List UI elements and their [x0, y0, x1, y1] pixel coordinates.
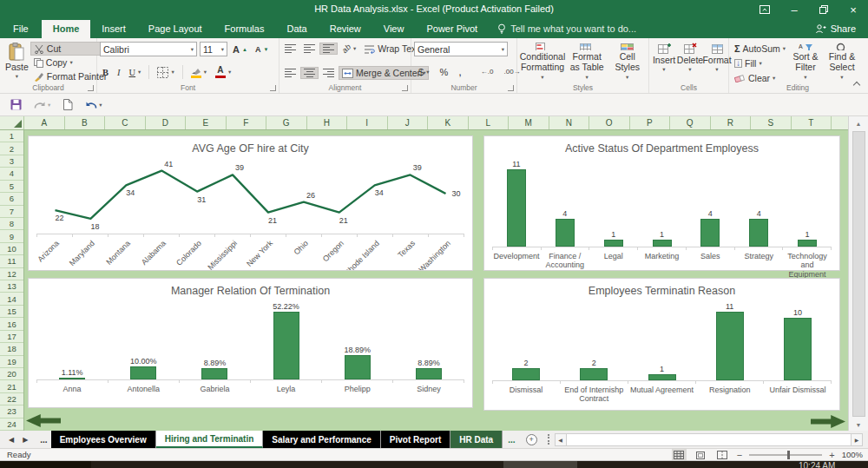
undo-button[interactable]: ▾	[85, 100, 102, 109]
accounting-format-icon[interactable]: $▾	[416, 66, 431, 78]
bar[interactable]	[59, 378, 85, 379]
bar[interactable]	[784, 318, 812, 380]
row-header-9[interactable]: 9	[0, 230, 23, 242]
page-layout-view-button[interactable]	[694, 449, 708, 460]
column-header-S[interactable]: S	[751, 116, 792, 129]
zoom-slider-thumb[interactable]	[787, 451, 790, 459]
bar[interactable]	[749, 219, 768, 247]
scroll-down-icon[interactable]: ▼	[849, 418, 868, 432]
sheet-tab-hr-data[interactable]: HR Data	[450, 431, 503, 448]
bar[interactable]	[556, 219, 575, 247]
ribbon-display-options-icon[interactable]	[750, 0, 779, 19]
column-header-G[interactable]: G	[266, 116, 307, 129]
row-header-3[interactable]: 3	[0, 155, 23, 168]
underline-button[interactable]: U▾	[127, 67, 144, 78]
decrease-font-icon[interactable]: A▼	[253, 44, 271, 55]
row-header-18[interactable]: 18	[0, 343, 23, 355]
zoom-in-icon[interactable]: +	[829, 450, 834, 460]
column-header-T[interactable]: T	[792, 116, 832, 129]
format-as-table-button[interactable]: Format as Table ▾	[567, 41, 607, 82]
sheet-overflow-right[interactable]: ...	[503, 435, 520, 445]
conditional-formatting-button[interactable]: ≠ Conditional Formatting ▾	[520, 41, 565, 82]
sort-filter-button[interactable]: AZ Sort & Filter ▾	[787, 41, 824, 82]
ribbon-tab-formulas[interactable]: Formulas	[214, 20, 276, 38]
cell-styles-button[interactable]: Cell Styles ▾	[608, 41, 646, 82]
comma-style-icon[interactable]: ,	[456, 64, 464, 79]
close-button[interactable]: ×	[838, 0, 868, 19]
new-document-button[interactable]	[62, 99, 73, 110]
row-header-8[interactable]: 8	[0, 218, 23, 230]
fill-button[interactable]: ↓Fill▾	[732, 57, 787, 69]
minimize-button[interactable]: –	[779, 0, 809, 19]
column-header-F[interactable]: F	[227, 116, 267, 129]
column-header-B[interactable]: B	[65, 116, 106, 129]
sheet-tab-salary-and-performance[interactable]: Salary and Performance	[263, 431, 381, 448]
sheet-tab-employees-overview[interactable]: Employees Overview	[51, 431, 156, 448]
bar[interactable]	[700, 219, 720, 247]
row-header-20[interactable]: 20	[0, 368, 23, 380]
bar[interactable]	[580, 368, 608, 380]
align-left-icon[interactable]	[282, 68, 299, 78]
column-header-A[interactable]: A	[24, 116, 65, 129]
column-header-Q[interactable]: Q	[670, 116, 711, 129]
row-header-14[interactable]: 14	[0, 293, 23, 305]
chart-avg-age-of-hire[interactable]: AVG Age OF hire at City22183441313921262…	[28, 135, 473, 271]
font-dialog-launcher[interactable]	[270, 85, 276, 91]
row-header-21[interactable]: 21	[0, 380, 23, 392]
tell-me-box[interactable]: Tell me what you want to do...	[489, 20, 645, 38]
format-cells-button[interactable]: Format ▾	[704, 41, 730, 82]
bar[interactable]	[507, 169, 526, 247]
bar[interactable]	[653, 240, 672, 247]
sheet-overflow-left[interactable]: ...	[36, 435, 50, 445]
row-header-5[interactable]: 5	[0, 181, 23, 193]
worksheet-area[interactable]: AVG Age OF hire at City22183441313921262…	[24, 130, 848, 431]
row-header-17[interactable]: 17	[0, 331, 23, 343]
column-header-P[interactable]: P	[630, 116, 671, 129]
ribbon-tab-page-layout[interactable]: Page Layout	[137, 20, 214, 38]
increase-decimal-icon[interactable]: ←.0	[478, 67, 496, 76]
sheet-nav-next-icon[interactable]: ▶	[23, 436, 28, 444]
back-arrow-shape[interactable]	[26, 414, 61, 427]
vertical-scroll-thumb[interactable]	[852, 131, 865, 417]
row-header-13[interactable]: 13	[0, 280, 23, 293]
zoom-out-icon[interactable]: −	[737, 450, 742, 460]
bar[interactable]	[512, 368, 540, 380]
row-header-23[interactable]: 23	[0, 405, 23, 418]
row-header-12[interactable]: 12	[0, 268, 23, 280]
ribbon-tab-view[interactable]: View	[372, 20, 416, 38]
row-header-15[interactable]: 15	[0, 306, 23, 318]
restore-button[interactable]	[809, 0, 838, 19]
clipboard-dialog-launcher[interactable]	[88, 85, 94, 91]
increase-font-icon[interactable]: A▲	[230, 43, 250, 56]
insert-cells-button[interactable]: Insert ▾	[652, 41, 676, 82]
align-top-icon[interactable]	[282, 43, 299, 54]
file-menu[interactable]: File	[0, 20, 42, 38]
italic-button[interactable]: I	[115, 67, 123, 78]
column-header-M[interactable]: M	[509, 116, 549, 129]
paste-button[interactable]: Paste ▾	[3, 41, 31, 82]
bar[interactable]	[416, 368, 442, 379]
borders-icon[interactable]: ▾	[155, 66, 176, 79]
font-size-combo[interactable]: 11▾	[200, 42, 227, 56]
ribbon-tab-data[interactable]: Data	[275, 20, 318, 38]
forward-arrow-shape[interactable]	[811, 415, 845, 428]
align-bottom-icon[interactable]	[320, 43, 337, 54]
row-header-2[interactable]: 2	[0, 142, 23, 155]
row-header-16[interactable]: 16	[0, 318, 23, 330]
column-header-K[interactable]: K	[428, 116, 469, 129]
row-header-11[interactable]: 11	[0, 255, 23, 267]
column-header-C[interactable]: C	[105, 116, 146, 129]
chart-termination-reason[interactable]: Employees Terminatin Reason2211110Dismis…	[483, 278, 840, 411]
column-header-U[interactable]: U	[832, 116, 848, 129]
horizontal-scroll-track[interactable]	[567, 433, 851, 446]
bar[interactable]	[345, 355, 371, 379]
hscroll-left-icon[interactable]: ◀	[555, 433, 567, 446]
sheet-tab-pivot-report[interactable]: Pivot Report	[381, 431, 450, 448]
scroll-up-icon[interactable]: ▲	[849, 116, 868, 130]
ribbon-tab-home[interactable]: Home	[42, 20, 91, 38]
align-center-icon[interactable]	[301, 68, 318, 78]
column-header-H[interactable]: H	[307, 116, 348, 129]
bar[interactable]	[716, 312, 744, 380]
column-header-I[interactable]: I	[347, 116, 388, 129]
font-name-combo[interactable]: Calibri▾	[100, 42, 197, 56]
